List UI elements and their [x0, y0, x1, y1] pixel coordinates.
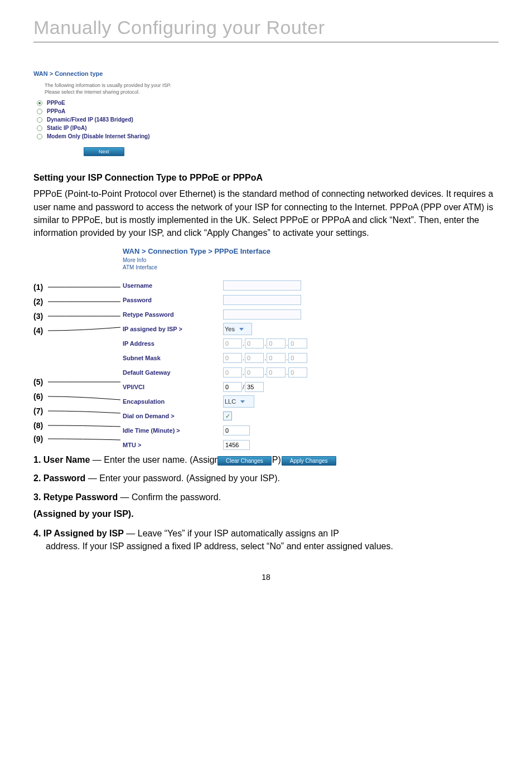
username-input[interactable] — [223, 280, 301, 291]
screenshot-pppoe-interface: (1) (2) (3) (4) (5) (6) (7) (8) (9) WAN … — [33, 247, 390, 442]
row-retype: Retype Password — [123, 308, 390, 321]
dial-on-demand-checkbox[interactable]: ✓ — [223, 412, 232, 420]
retype-password-input[interactable] — [223, 309, 301, 320]
radio-label: Static IP (IPoA) — [47, 125, 87, 131]
callout-2: (2) — [33, 297, 43, 306]
row-password: Password — [123, 293, 390, 307]
item-4-title: 4. IP Assigned by ISP — [33, 529, 124, 538]
callout-9: (9) — [33, 434, 43, 443]
ip-assigned-select[interactable]: Yes — [223, 323, 252, 335]
instruction-line1: The following information is usually pro… — [45, 83, 245, 89]
row-ip-assigned: IP assigned by ISP > Yes — [123, 322, 390, 336]
label-ip-assigned: IP assigned by ISP > — [123, 326, 223, 332]
item-3-note: (Assigned by your ISP). — [33, 509, 499, 519]
clear-changes-button[interactable]: Clear Changes — [217, 456, 272, 466]
callout-1: (1) — [33, 283, 43, 292]
ip-dot: . — [264, 355, 266, 361]
ip-dot: . — [264, 369, 266, 376]
next-button[interactable]: Next — [84, 147, 124, 156]
row-ip-address: IP Address . . . — [123, 337, 390, 350]
ip-octet-3[interactable] — [267, 338, 286, 348]
ip-octet-4[interactable] — [288, 338, 307, 348]
link-more-info[interactable]: More Info — [123, 256, 390, 264]
ip-dot: . — [286, 369, 288, 376]
row-subnet: Subnet Mask . . . — [123, 351, 390, 365]
radio-icon[interactable] — [37, 125, 42, 131]
vpi-vci-sep: / — [243, 384, 244, 390]
callout-8: (8) — [33, 421, 43, 430]
gateway-octet-1[interactable] — [223, 367, 242, 377]
radio-row-pppoe[interactable]: PPPoE — [37, 100, 245, 106]
item-3: 3. Retype Password — Confirm the passwor… — [33, 491, 499, 504]
ip-octet-2[interactable] — [245, 338, 264, 348]
section-heading: Setting your ISP Connection Type to PPPo… — [33, 173, 499, 183]
radio-icon[interactable] — [37, 100, 42, 106]
radio-icon[interactable] — [37, 134, 42, 139]
radio-label: Modem Only (Disable Internet Sharing) — [47, 133, 149, 139]
section-paragraph: PPPoE (Point-to-Point Protocol over Ethe… — [33, 187, 499, 239]
link-atm-interface[interactable]: ATM Interface — [123, 264, 390, 271]
ip-dot: . — [286, 355, 288, 361]
ip-dot: . — [243, 369, 244, 376]
vpi-input[interactable] — [223, 382, 242, 392]
row-vpivci: VPI/VCI / — [123, 380, 390, 394]
radio-icon[interactable] — [37, 109, 42, 114]
gateway-octet-3[interactable] — [267, 367, 286, 377]
label-dial-on-demand: Dial on Demand > — [123, 413, 223, 419]
vci-input[interactable] — [245, 382, 264, 392]
label-username: Username — [123, 282, 223, 289]
radio-icon[interactable] — [37, 117, 42, 123]
callout-6: (6) — [33, 392, 43, 401]
gateway-octet-4[interactable] — [288, 367, 307, 377]
ip-octet-1[interactable] — [223, 338, 242, 348]
subnet-octet-1[interactable] — [223, 353, 242, 363]
subnet-octet-2[interactable] — [245, 353, 264, 363]
mtu-input[interactable] — [223, 440, 250, 450]
gateway-octet-2[interactable] — [245, 367, 264, 377]
label-retype: Retype Password — [123, 311, 223, 318]
radio-row-dynamic[interactable]: Dynamic/Fixed IP (1483 Bridged) — [37, 117, 245, 123]
item-2-body: — Enter your password. (Assigned by your… — [85, 473, 280, 483]
item-2: 2. Password — Enter your password. (Assi… — [33, 472, 499, 485]
apply-changes-button[interactable]: Apply Changes — [282, 456, 336, 466]
password-input[interactable] — [223, 295, 301, 305]
encapsulation-select[interactable]: LLC — [223, 395, 254, 408]
item-2-title: 2. Password — [33, 473, 85, 483]
row-username: Username — [123, 279, 390, 292]
radio-row-static[interactable]: Static IP (IPoA) — [37, 125, 245, 131]
page-title: Manually Configuring your Router — [33, 17, 499, 38]
select-value: Yes — [225, 326, 235, 332]
label-mtu: MTU > — [123, 442, 223, 448]
row-idle: Idle Time (Minute) > — [123, 424, 390, 437]
callout-4: (4) — [33, 326, 43, 335]
idle-time-input[interactable] — [223, 425, 250, 435]
ip-dot: . — [243, 355, 244, 361]
radio-row-pppoa[interactable]: PPPoA — [37, 108, 245, 114]
ip-dot: . — [286, 340, 288, 347]
instruction-line2: Please select the Internet sharing proto… — [45, 89, 245, 96]
ip-dot: . — [264, 340, 266, 347]
label-idle-time: Idle Time (Minute) > — [123, 427, 223, 434]
item-3-title: 3. Retype Password — [33, 492, 118, 502]
item-4-body-line1: — Leave “Yes” if your ISP automatically … — [124, 529, 339, 538]
sub-links: More Info ATM Interface — [123, 256, 390, 271]
title-rule — [33, 42, 499, 42]
item-4-body-line2: address. If your ISP assigned a fixed IP… — [46, 540, 499, 553]
radio-label: Dynamic/Fixed IP (1483 Bridged) — [47, 117, 133, 123]
label-vpivci: VPI/VCI — [123, 384, 223, 390]
select-value: LLC — [225, 398, 236, 405]
item-1-title: 1. User Name — [33, 455, 90, 464]
page-number: 18 — [33, 573, 499, 582]
radio-row-modem-only[interactable]: Modem Only (Disable Internet Sharing) — [37, 133, 245, 139]
item-4: 4. IP Assigned by ISP — Leave “Yes” if y… — [33, 527, 499, 553]
ip-dot: . — [243, 340, 244, 347]
row-dial-on-demand: Dial on Demand > ✓ — [123, 409, 390, 423]
label-gateway: Default Gateway — [123, 369, 223, 376]
subnet-octet-3[interactable] — [267, 353, 286, 363]
callout-5: (5) — [33, 377, 43, 386]
breadcrumb: WAN > Connection Type > PPPoE Interface — [123, 247, 390, 255]
subnet-octet-4[interactable] — [288, 353, 307, 363]
instruction-text: The following information is usually pro… — [45, 83, 245, 95]
label-ip-address: IP Address — [123, 340, 223, 347]
radio-label: PPPoE — [47, 100, 65, 106]
